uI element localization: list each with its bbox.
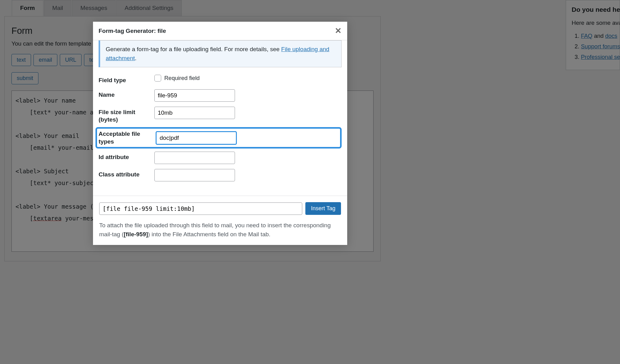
row-file-types: Acceptable file types [95,127,342,149]
class-attr-input[interactable] [154,169,235,181]
footer-note-suffix: ) into the File Attachments field on the… [148,231,270,237]
insert-tag-button[interactable]: Insert Tag [305,202,341,215]
generated-tag-input[interactable] [99,202,302,215]
row-field-type: Field type Required field [99,75,342,84]
label-name: Name [99,89,154,99]
close-icon[interactable]: ✕ [335,26,342,36]
row-class-attr: Class attribute [99,169,342,181]
info-box: Generate a form-tag for a file uploading… [99,40,342,67]
row-file-size: File size limit (bytes) [99,107,342,124]
form-tag-generator-modal: Form-tag Generator: file ✕ Generate a fo… [93,22,347,245]
footer-note-tag: [file-959] [124,231,148,237]
name-input[interactable] [154,89,235,102]
info-text-prefix: Generate a form-tag for a file uploading… [106,46,281,52]
file-types-input[interactable] [156,131,237,144]
row-name: Name [99,89,342,102]
required-label: Required field [164,75,200,82]
modal-title: Form-tag Generator: file [99,28,166,34]
required-checkbox[interactable] [154,75,161,82]
label-file-types: Acceptable file types [99,130,156,145]
label-field-type: Field type [99,75,154,84]
footer-note: To attach the file uploaded through this… [99,221,341,239]
id-attr-input[interactable] [154,152,235,164]
row-id-attr: Id attribute [99,152,342,164]
label-file-size: File size limit (bytes) [99,107,154,124]
label-id-attr: Id attribute [99,152,154,161]
info-text-suffix: . [135,55,136,61]
modal-header: Form-tag Generator: file ✕ [93,22,347,40]
label-class-attr: Class attribute [99,169,154,179]
modal-footer: Insert Tag To attach the file uploaded t… [93,196,347,245]
file-size-input[interactable] [154,107,235,119]
